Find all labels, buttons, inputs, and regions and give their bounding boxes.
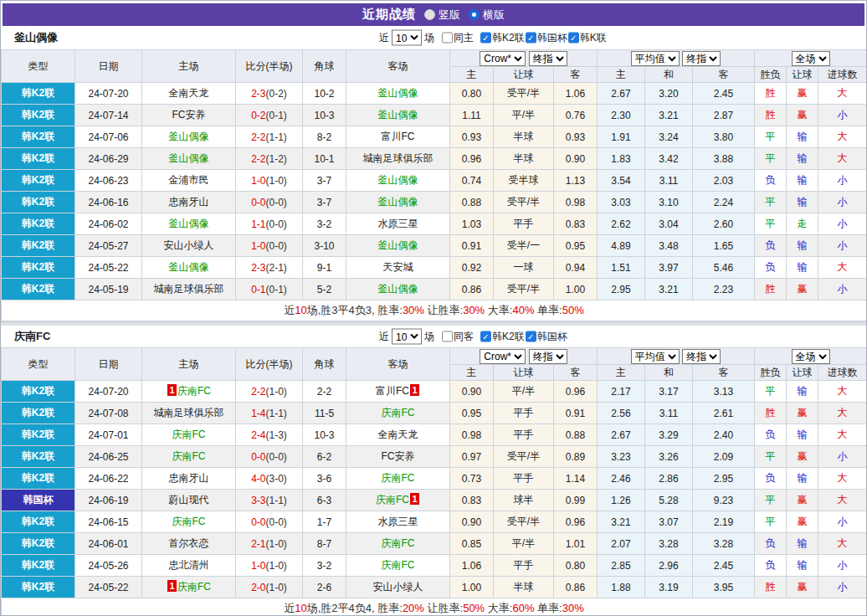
match-row: 韩K2联24-06-23金浦市民1-0(1-0)3-7釜山偶像0.74受半球1.… (2, 170, 867, 192)
layout-option-horizontal[interactable]: 横版 (469, 8, 505, 23)
league-checkbox[interactable]: ✓ (568, 33, 579, 44)
handicap-line: 半球 (494, 148, 554, 170)
home-team: 首尔衣恋 (142, 533, 236, 555)
result-handicap: 赢 (787, 83, 818, 105)
avg-odds-select[interactable]: 平均值 (631, 349, 680, 364)
league-checkbox[interactable]: ✓ (526, 33, 536, 44)
home-odds: 0.80 (450, 83, 494, 105)
home-odds: 1.06 (450, 555, 494, 577)
score-cell: 3-3(1-1) (236, 490, 303, 511)
result-handicap: 赢 (787, 446, 818, 468)
home-team: 釜山偶像 (142, 257, 236, 279)
subcol-handicap: 让球 (494, 365, 554, 381)
red-card-badge: 1 (410, 493, 419, 505)
same-venue-checkbox[interactable] (442, 33, 453, 44)
col-home: 主场 (142, 50, 236, 83)
games-suffix-label: 场 (424, 31, 434, 45)
col-home: 主场 (142, 348, 236, 381)
league-type-badge: 韩K2联 (2, 192, 75, 213)
league-type-badge: 韩K2联 (2, 213, 75, 235)
horizontal-radio-icon[interactable] (469, 9, 480, 20)
result-handicap: 赢 (787, 279, 818, 300)
games-count-select[interactable]: 10 (392, 329, 422, 345)
odds-company-select[interactable]: Crow* (480, 349, 526, 364)
result-handicap: 输 (787, 170, 818, 192)
scope-select[interactable]: 全场 (792, 349, 830, 364)
match-row: 韩K2联24-05-26忠北清州1-0(1-0)3-2庆南FC1.06平手0.8… (2, 555, 867, 577)
avg-draw-odds: 3.26 (645, 446, 693, 468)
corner-score: 10-2 (303, 83, 346, 105)
league-type-badge: 韩K2联 (2, 126, 75, 148)
league-checkbox[interactable]: ✓ (480, 331, 491, 342)
league-checkbox-label: 韩K2联 (492, 330, 525, 344)
same-venue-checkbox[interactable] (442, 331, 453, 342)
away-odds: 0.96 (554, 381, 598, 403)
league-checkbox[interactable]: ✓ (526, 331, 536, 342)
subcol-home-odds: 主 (450, 67, 494, 83)
layout-option-vertical[interactable]: 竖版 (424, 8, 460, 23)
final-odds-select[interactable]: 终指 (529, 349, 567, 364)
filter-row: 釜山偶像 近 10 场 同主 ✓韩K2联✓韩国杯✓韩K联 (1, 26, 866, 49)
score-cell: 2-2(1-2) (236, 148, 303, 170)
result-goals: 大 (818, 83, 867, 105)
match-date: 24-05-27 (75, 235, 142, 257)
scope-select[interactable]: 全场 (792, 51, 830, 66)
match-date: 24-07-20 (75, 381, 142, 403)
away-team: 水原三星 (346, 213, 450, 235)
home-odds: 0.86 (450, 279, 494, 300)
match-row: 韩K2联24-07-06釜山偶像2-2(1-1)8-2富川FC0.93半球0.9… (2, 126, 867, 148)
result-wdl: 胜 (755, 279, 787, 300)
games-count-select[interactable]: 10 (392, 30, 422, 46)
match-row: 韩K2联24-06-22忠南牙山4-0(3-0)3-6庆南FC0.73平手1.1… (2, 468, 867, 490)
handicap-line: 平手 (494, 468, 554, 490)
avg-away-odds: 2.45 (693, 555, 755, 577)
avg-home-odds: 1.51 (598, 257, 645, 279)
match-date: 24-07-08 (75, 403, 142, 424)
col-type: 类型 (2, 348, 75, 381)
avg-odds-select[interactable]: 平均值 (631, 51, 680, 66)
away-team: 釜山偶像 (346, 279, 450, 300)
match-row: 韩K2联24-06-29釜山偶像2-2(1-2)10-1城南足球俱乐部0.96半… (2, 148, 867, 170)
home-team: FC安养 (142, 105, 236, 126)
home-odds: 0.96 (450, 148, 494, 170)
final-odds-select-2[interactable]: 终指 (682, 349, 721, 364)
col-away: 客场 (346, 50, 450, 83)
match-row: 韩K2联24-07-14FC安养0-2(0-1)10-3釜山偶像1.11平/半0… (2, 105, 867, 126)
away-team: 富川FC1 (346, 381, 450, 403)
result-handicap: 输 (787, 468, 818, 490)
away-team: 釜山偶像 (346, 192, 450, 213)
avg-home-odds: 1.91 (598, 126, 645, 148)
vertical-radio-icon[interactable] (424, 9, 435, 20)
avg-away-odds: 3.80 (693, 126, 755, 148)
handicap-line: 受平/半 (494, 446, 554, 468)
result-handicap: 输 (787, 533, 818, 555)
recent-results-page: 近期战绩 竖版 横版 釜山偶像 近 10 场 同主 ✓韩K2联✓韩国杯 (0, 0, 867, 616)
home-team: 城南足球俱乐部 (142, 279, 236, 300)
final-odds-select[interactable]: 终指 (529, 51, 567, 66)
avg-home-odds: 1.83 (598, 148, 645, 170)
avg-home-odds: 2.17 (598, 381, 645, 403)
home-odds: 0.98 (450, 424, 494, 446)
score-cell: 2-1(1-0) (236, 533, 303, 555)
final-odds-select-2[interactable]: 终指 (682, 51, 721, 66)
result-handicap: 输 (787, 257, 818, 279)
avg-away-odds: 2.19 (693, 511, 755, 533)
home-team: 釜山偶像 (142, 126, 236, 148)
corner-score: 2-2 (303, 381, 346, 403)
subcol-asian: 让球 (787, 365, 818, 381)
away-team: 庆南FC1 (346, 490, 450, 511)
subcol-avg-home: 主 (598, 67, 645, 83)
result-goals: 小 (818, 577, 867, 598)
match-row: 韩K2联24-05-27安山小绿人1-0(0-0)3-10釜山偶像0.91受半/… (2, 235, 867, 257)
odds-company-select[interactable]: Crow* (480, 51, 526, 66)
corner-score: 3-7 (303, 170, 346, 192)
match-row: 韩K2联24-07-20全南天龙2-3(0-2)10-2釜山偶像0.80受平/半… (2, 83, 867, 105)
league-checkbox[interactable]: ✓ (480, 33, 491, 44)
avg-draw-odds: 3.20 (645, 83, 693, 105)
avg-draw-odds: 3.21 (645, 105, 693, 126)
corner-score: 6-3 (303, 490, 346, 511)
away-team: 釜山偶像 (346, 235, 450, 257)
avg-home-odds: 2.56 (598, 403, 645, 424)
avg-away-odds: 2.40 (693, 424, 755, 446)
result-handicap: 输 (787, 192, 818, 213)
